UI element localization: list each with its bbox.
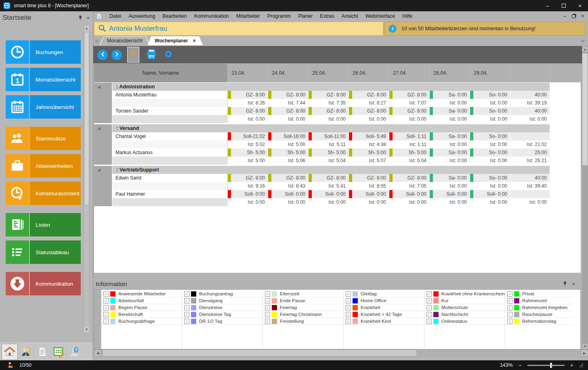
ist-day-cell[interactable]: Ist: 0:00 bbox=[389, 115, 429, 123]
column-header-date[interactable]: 27.04. bbox=[389, 64, 429, 82]
ist-day-cell[interactable]: Ist: 5:04 bbox=[308, 157, 349, 165]
checkbox[interactable]: ✓ bbox=[103, 291, 109, 297]
person-name[interactable]: Paul Hammer bbox=[112, 190, 227, 198]
group-title[interactable]: : Administration bbox=[112, 83, 550, 91]
help-icon[interactable]: ? bbox=[66, 344, 82, 360]
ist-day-cell[interactable]: Ist: 5:02 bbox=[227, 140, 268, 148]
ist-day-cell[interactable]: Ist: 0:00 bbox=[308, 115, 349, 123]
checkbox[interactable]: ✓ bbox=[265, 298, 270, 303]
column-header-date[interactable]: 25.04. bbox=[308, 64, 349, 82]
plan-day-cell[interactable]: Sa- 0:00 bbox=[429, 132, 470, 140]
plan-day-cell[interactable]: Soll-11:00 bbox=[308, 132, 349, 140]
ist-day-cell[interactable]: Ist: 8:26 bbox=[227, 99, 268, 107]
ist-day-cell[interactable]: Ist: 9:16 bbox=[227, 182, 268, 190]
pin-icon[interactable] bbox=[78, 15, 82, 21]
plan-day-cell[interactable]: GZ- 8:00 bbox=[349, 174, 389, 182]
sidebar-item-abwesenheiten[interactable]: Abwesenheiten bbox=[6, 154, 81, 178]
ist-day-cell[interactable]: Ist: 8:43 bbox=[268, 182, 308, 190]
sidebar-item-stammsätze[interactable]: Stammsätze bbox=[6, 127, 81, 150]
pin-icon[interactable] bbox=[563, 281, 567, 286]
checkbox[interactable]: ✓ bbox=[265, 312, 270, 317]
ist-day-cell[interactable]: Ist: 0:00 bbox=[227, 198, 268, 206]
sidebar-item-statustableau[interactable]: Statustableau bbox=[6, 240, 81, 264]
checkbox[interactable]: ✓ bbox=[184, 319, 189, 324]
column-header-name[interactable]: Name, Vorname bbox=[94, 64, 227, 82]
plan-day-cell[interactable]: So- 0:00 bbox=[470, 174, 510, 182]
plan-day-cell[interactable]: 5h- 5:00 bbox=[389, 148, 429, 157]
ist-day-cell[interactable]: Ist: 0:00 bbox=[349, 115, 389, 123]
plan-day-cell[interactable]: Sa- 0:00 bbox=[429, 107, 470, 115]
checkbox[interactable]: ✓ bbox=[346, 291, 351, 297]
checkbox[interactable]: ✓ bbox=[184, 312, 189, 317]
menu-item-mitarbeiter[interactable]: Mitarbeiter bbox=[233, 13, 264, 19]
column-header-date[interactable]: 24.04. bbox=[268, 64, 308, 82]
plan-day-cell[interactable]: Soll- 0:00 bbox=[227, 190, 268, 198]
close-icon[interactable]: × bbox=[572, 281, 575, 287]
ist-day-cell[interactable]: Ist: 0:00 bbox=[470, 182, 510, 190]
person-name[interactable]: Chantal Vogel bbox=[112, 132, 227, 140]
checkbox[interactable]: ✓ bbox=[507, 291, 512, 297]
employee-search-field[interactable]: Antonia Musterfrau bbox=[94, 22, 383, 36]
scroll-up-icon[interactable]: ▲ bbox=[582, 46, 588, 52]
checkbox[interactable]: ✓ bbox=[265, 291, 270, 297]
person-name[interactable]: Antonia Musterfrau bbox=[112, 91, 227, 99]
ist-day-cell[interactable]: Ist: 0:00 bbox=[429, 140, 470, 148]
ist-day-cell[interactable]: Ist: 5:07 bbox=[349, 157, 389, 165]
checkbox[interactable]: ✓ bbox=[426, 291, 432, 297]
ist-day-cell[interactable]: Ist: 0:00 bbox=[349, 198, 389, 206]
ist-day-cell[interactable]: Ist: 0:00 bbox=[470, 157, 510, 165]
plan-day-cell[interactable]: Soll- 0:00 bbox=[308, 190, 349, 198]
column-header-date[interactable]: 29.04. bbox=[470, 64, 510, 82]
person-name[interactable]: Torsten Sander bbox=[112, 107, 227, 115]
menu-item-datei[interactable]: Datei bbox=[106, 13, 125, 19]
plan-day-cell[interactable]: GZ- 8:00 bbox=[268, 174, 308, 182]
horizontal-scrollbar[interactable]: ◀ ▶ bbox=[94, 349, 588, 357]
zoom-slider[interactable] bbox=[527, 365, 565, 366]
group-expander[interactable] bbox=[94, 83, 112, 123]
close-icon[interactable]: × bbox=[572, 0, 588, 11]
plan-day-cell[interactable]: Soll- 5:49 bbox=[349, 132, 389, 140]
checkbox[interactable]: ✓ bbox=[103, 312, 109, 317]
sidebar-item-kommunikation[interactable]: Kommunikation bbox=[6, 272, 81, 295]
planner-edit-icon[interactable] bbox=[50, 344, 66, 360]
plan-day-cell[interactable]: So- 0:00 bbox=[470, 107, 510, 115]
checkbox[interactable]: ✓ bbox=[346, 298, 351, 303]
menu-item-kommunikation[interactable]: Kommunikation bbox=[191, 13, 233, 19]
checkbox[interactable]: ✓ bbox=[184, 298, 189, 303]
plan-day-cell[interactable]: Sa- 0:00 bbox=[429, 148, 470, 157]
scroll-left-icon[interactable]: ◀ bbox=[94, 349, 101, 357]
checkbox[interactable]: ✓ bbox=[346, 319, 351, 324]
plan-day-cell[interactable]: GZ- 8:00 bbox=[389, 174, 429, 182]
ist-day-cell[interactable]: Ist: 0:00 bbox=[429, 157, 470, 165]
ist-day-cell[interactable]: Ist: 0:00 bbox=[429, 182, 470, 190]
nav-back-button[interactable] bbox=[97, 50, 108, 60]
sidebar-item-listen[interactable]: Listen bbox=[6, 213, 81, 236]
plan-day-cell[interactable]: Soll- 0:00 bbox=[470, 190, 510, 198]
checkbox[interactable]: ✓ bbox=[507, 312, 512, 317]
sidebar-item-monatsübersicht[interactable]: 1 Monatsübersicht bbox=[6, 68, 81, 91]
document-icon[interactable] bbox=[34, 344, 50, 360]
menu-item-planer[interactable]: Planer bbox=[294, 13, 316, 19]
ist-day-cell[interactable]: Ist: 0:00 bbox=[429, 115, 470, 123]
checkbox[interactable]: ✓ bbox=[265, 319, 270, 324]
checkbox[interactable]: ✓ bbox=[265, 305, 270, 310]
checkbox[interactable]: ✓ bbox=[346, 305, 351, 310]
plan-day-cell[interactable]: Sa- 0:00 bbox=[429, 91, 470, 99]
scrollbar-thumb[interactable] bbox=[582, 53, 588, 166]
home-icon[interactable] bbox=[2, 344, 18, 360]
tab-monatsübersicht[interactable]: Monatsübersicht bbox=[100, 36, 150, 45]
menu-item-hilfe[interactable]: Hilfe bbox=[399, 13, 416, 19]
tab-wochenplaner[interactable]: Wochenplaner× bbox=[147, 36, 203, 45]
plan-day-cell[interactable]: GZ- 8:00 bbox=[349, 91, 389, 99]
checkbox[interactable]: ✓ bbox=[103, 298, 109, 303]
plan-day-cell[interactable]: Soll- 0:00 bbox=[389, 190, 429, 198]
ist-day-cell[interactable]: Ist: 5:04 bbox=[389, 157, 429, 165]
checkbox[interactable]: ✓ bbox=[103, 305, 109, 310]
ist-day-cell[interactable]: Ist: 5:00 bbox=[227, 157, 268, 165]
group-title[interactable]: : Vertrieb/Support bbox=[112, 166, 550, 174]
ist-day-cell[interactable]: Ist: 5:41 bbox=[308, 182, 349, 190]
plan-day-cell[interactable]: GZ- 8:00 bbox=[227, 107, 268, 115]
close-icon[interactable]: × bbox=[86, 15, 90, 21]
plan-day-cell[interactable]: Soll- 0:00 bbox=[429, 190, 470, 198]
ist-day-cell[interactable]: Ist: 0:00 bbox=[470, 115, 510, 123]
